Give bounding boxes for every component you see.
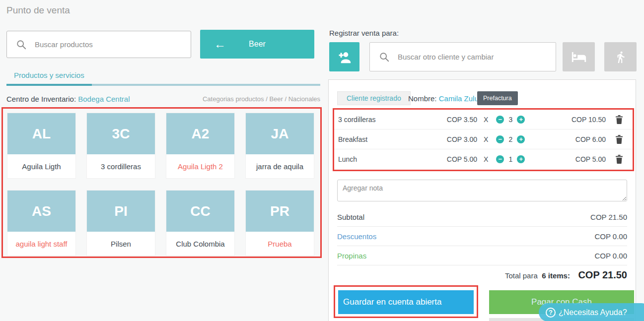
page-title: Punto de venta [6,5,70,16]
delete-item-button[interactable] [612,135,627,144]
tab-underline-active [6,84,92,86]
product-initials: CC [166,191,234,232]
trash-icon [615,155,623,164]
product-initials: 3C [87,113,155,154]
save-open-tab-button[interactable]: Guardar en cuenta abierta [338,290,474,314]
product-tile[interactable]: AS aguila light staff [7,191,75,256]
product-name: Aguila Ligth [7,154,75,178]
increase-quantity-button[interactable]: + [517,155,525,163]
tips-row: Propinas COP 0.00 [337,246,627,265]
help-button[interactable]: ? ¿Necesitas Ayuda? [539,303,644,321]
add-client-button[interactable] [329,42,359,71]
decrease-quantity-button[interactable]: − [496,135,504,143]
product-initials: JA [246,113,314,154]
discounts-value: COP 0.00 [594,232,627,241]
running-person-icon [614,50,627,64]
cart-items-list: 3 cordilleras COP 3.50 X − 3 + COP 10.50… [334,110,633,169]
back-arrow-icon: ← [214,38,226,50]
total-prefix-label: Total para [505,271,538,280]
cart-item-name: Lunch [338,155,423,163]
client-search-input[interactable] [398,53,556,61]
product-tile[interactable]: JA jarra de aquila [246,113,314,178]
room-charge-button[interactable] [563,42,595,71]
decrease-quantity-button[interactable]: − [496,155,504,163]
note-field-wrapper [337,180,627,201]
category-button-label: Beer [249,40,266,48]
cart-item-total: COP 6.00 [525,135,612,143]
client-registered-badge[interactable]: Cliente registrado [337,91,411,105]
decrease-quantity-button[interactable]: − [496,116,504,124]
product-initials: PI [87,191,155,232]
tab-productos-servicios[interactable]: Productos y servicios [14,71,84,79]
walk-in-button[interactable] [604,42,637,71]
trash-icon [615,115,623,124]
product-initials: AS [7,191,75,232]
cart-item-total: COP 10.50 [525,116,612,124]
subtotal-row: Subtotal COP 21.50 [337,207,627,227]
cart-item-unit-price: COP 3.00 [423,135,477,143]
tips-link[interactable]: Propinas [337,252,366,260]
cart-item-row: Lunch COP 5.00 X − 1 + COP 5.00 [334,149,633,169]
product-tile[interactable]: A2 Aguila Ligth 2 [166,113,234,178]
cart-item-row: Breakfast COP 3.00 X − 2 + COP 6.00 [334,129,633,149]
product-name: aguila light staff [7,232,75,256]
quantity-stepper: − 2 + [496,135,525,143]
cart-item-quantity: 1 [508,155,512,163]
cart-item-unit-price: COP 5.00 [423,155,477,163]
delete-item-button[interactable] [612,115,627,124]
order-note-input[interactable] [337,180,627,201]
increase-quantity-button[interactable]: + [517,116,525,124]
add-person-icon [336,50,353,64]
category-back-button[interactable]: ← Beer [200,30,314,59]
discounts-link[interactable]: Descuentos [337,232,376,241]
product-name: Aguila Ligth 2 [166,154,234,178]
client-search-box[interactable] [369,42,556,71]
total-amount: COP 21.50 [578,269,627,280]
inventory-center-label: Centro de Inventario: [6,95,76,103]
product-grid: AL Aguila Ligth 3C 3 cordilleras A2 Agui… [7,113,314,256]
inventory-center-line: Centro de Inventario: Bodega Central [6,95,130,103]
grand-total-row: Total para 6 items: COP 21.50 [337,269,627,281]
product-name: 3 cordilleras [87,154,155,178]
discounts-row: Descuentos COP 0.00 [337,227,627,246]
product-initials: AL [7,113,75,154]
product-tile[interactable]: 3C 3 cordilleras [87,113,155,178]
cart-item-times-label: X [484,155,488,163]
product-tile[interactable]: PI Pilsen [87,191,155,256]
cart-item-row: 3 cordilleras COP 3.50 X − 3 + COP 10.50 [334,110,633,129]
trash-icon [615,135,623,144]
product-search-input[interactable] [35,40,191,49]
quantity-stepper: − 1 + [496,155,525,163]
search-icon [379,52,390,63]
cart-item-name: Breakfast [338,135,423,143]
cart-item-quantity: 3 [508,116,512,124]
increase-quantity-button[interactable]: + [517,135,525,143]
cart-item-name: 3 cordilleras [338,116,423,124]
subtotal-value: COP 21.50 [590,213,627,221]
product-name: jarra de aquila [246,154,314,178]
cart-item-quantity: 2 [508,135,512,143]
product-name: Prueba [246,232,314,256]
register-sale-label: Registrar venta para: [329,29,399,37]
product-initials: A2 [166,113,234,154]
cart-item-times-label: X [484,116,488,124]
bed-icon [571,51,587,64]
search-icon [16,39,27,50]
subtotal-label: Subtotal [337,213,364,221]
product-name: Club Colombia [166,232,234,256]
delete-item-button[interactable] [612,155,627,164]
client-name-label: Nombre: [408,94,437,103]
product-tile[interactable]: PR Prueba [246,191,314,256]
product-tile[interactable]: CC Club Colombia [166,191,234,256]
tips-value: COP 0.00 [594,252,627,260]
prefactura-badge[interactable]: Prefactura [477,91,518,105]
total-items-label: 6 items: [542,271,570,280]
breadcrumb[interactable]: Categorias productos / Beer / Nacionales [203,95,320,103]
product-tile[interactable]: AL Aguila Ligth [7,113,75,178]
question-circle-icon: ? [546,308,556,318]
product-initials: PR [246,191,314,232]
cart-item-unit-price: COP 3.50 [423,116,477,124]
inventory-center-link[interactable]: Bodega Central [78,95,130,103]
quantity-stepper: − 3 + [496,116,525,124]
product-search-box[interactable] [6,31,191,58]
